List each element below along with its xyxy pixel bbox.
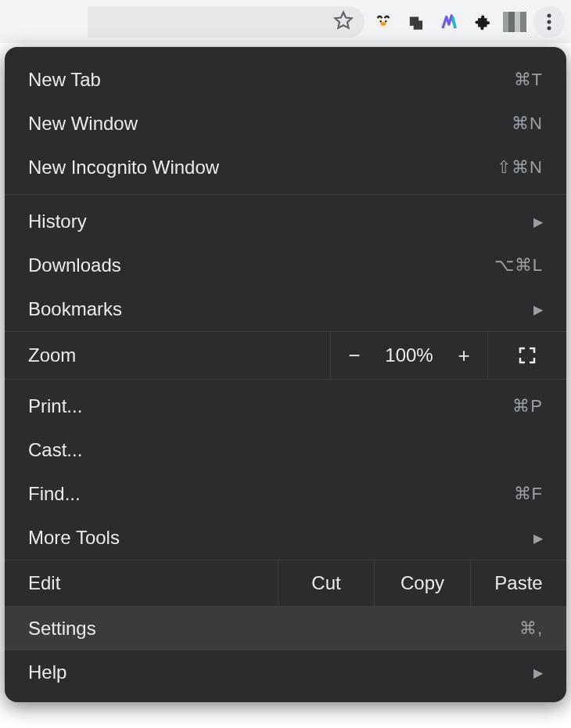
svg-rect-5 bbox=[414, 20, 422, 29]
menu-print[interactable]: Print... ⌘P bbox=[5, 384, 566, 428]
zoom-controls: − 100% + bbox=[330, 332, 487, 379]
menu-bookmarks[interactable]: Bookmarks ▶ bbox=[5, 287, 566, 331]
menu-label: Zoom bbox=[5, 332, 330, 379]
menu-find[interactable]: Find... ⌘F bbox=[5, 472, 566, 516]
menu-zoom: Zoom − 100% + bbox=[5, 331, 566, 380]
puzzle-icon[interactable] bbox=[468, 8, 496, 36]
svg-point-8 bbox=[548, 26, 551, 30]
chevron-right-icon: ▶ bbox=[533, 665, 543, 680]
menu-help[interactable]: Help ▶ bbox=[5, 651, 566, 694]
shortcut: ⌘T bbox=[514, 70, 543, 90]
address-bar-end bbox=[88, 6, 365, 38]
menu-label: History bbox=[28, 211, 533, 232]
menu-new-window[interactable]: New Window ⌘N bbox=[5, 102, 566, 146]
shortcut: ⌘, bbox=[519, 618, 543, 639]
zoom-out-button[interactable]: − bbox=[331, 344, 378, 368]
edit-cut-button[interactable]: Cut bbox=[278, 560, 374, 606]
shortcut: ⌥⌘L bbox=[494, 255, 543, 276]
menu-label: Settings bbox=[28, 618, 519, 640]
chevron-right-icon: ▶ bbox=[533, 302, 543, 317]
chevron-right-icon: ▶ bbox=[533, 531, 543, 546]
shortcut: ⌘P bbox=[512, 396, 543, 416]
browser-toolbar bbox=[0, 0, 571, 43]
edit-copy-button[interactable]: Copy bbox=[374, 560, 470, 606]
menu-cast[interactable]: Cast... bbox=[5, 428, 566, 472]
menu-label: New Incognito Window bbox=[28, 157, 497, 178]
tabs-icon[interactable] bbox=[402, 8, 430, 36]
menu-new-incognito[interactable]: New Incognito Window ⇧⌘N bbox=[5, 146, 566, 189]
badger-icon[interactable] bbox=[369, 8, 397, 36]
menu-history[interactable]: History ▶ bbox=[5, 200, 566, 243]
menu-label: New Window bbox=[28, 113, 512, 135]
shortcut: ⇧⌘N bbox=[497, 157, 543, 178]
edit-paste-button[interactable]: Paste bbox=[470, 560, 566, 606]
menu-label: Find... bbox=[28, 483, 514, 505]
menu-more-tools[interactable]: More Tools ▶ bbox=[5, 516, 566, 560]
menu-label: Print... bbox=[28, 395, 512, 417]
svg-point-3 bbox=[385, 20, 386, 21]
menu-downloads[interactable]: Downloads ⌥⌘L bbox=[5, 243, 566, 287]
kebab-icon[interactable] bbox=[533, 6, 565, 38]
main-menu: New Tab ⌘T New Window ⌘N New Incognito W… bbox=[5, 47, 566, 702]
menu-new-tab[interactable]: New Tab ⌘T bbox=[5, 58, 566, 102]
svg-point-7 bbox=[548, 20, 551, 23]
zoom-value: 100% bbox=[378, 344, 440, 366]
menu-label: Bookmarks bbox=[28, 298, 533, 320]
profile-icon[interactable] bbox=[501, 8, 529, 36]
shortcut: ⌘N bbox=[512, 114, 543, 134]
zoom-in-button[interactable]: + bbox=[440, 344, 487, 368]
svg-point-6 bbox=[548, 13, 551, 17]
menu-label: Cast... bbox=[28, 439, 543, 461]
svg-point-1 bbox=[381, 22, 386, 26]
menu-label: Downloads bbox=[28, 254, 494, 276]
svg-point-2 bbox=[380, 20, 382, 21]
menu-label: Edit bbox=[5, 560, 278, 606]
star-icon[interactable] bbox=[333, 10, 354, 34]
separator bbox=[5, 194, 566, 195]
chevron-right-icon: ▶ bbox=[533, 214, 543, 229]
fullscreen-button[interactable] bbox=[487, 332, 566, 379]
menu-label: New Tab bbox=[28, 69, 514, 91]
menu-label: More Tools bbox=[28, 527, 533, 549]
monitor-icon[interactable] bbox=[435, 8, 463, 36]
fullscreen-icon bbox=[518, 346, 537, 365]
shortcut: ⌘F bbox=[514, 484, 543, 504]
menu-settings[interactable]: Settings ⌘, bbox=[5, 607, 566, 651]
menu-edit: Edit Cut Copy Paste bbox=[5, 560, 566, 607]
menu-label: Help bbox=[28, 661, 533, 683]
